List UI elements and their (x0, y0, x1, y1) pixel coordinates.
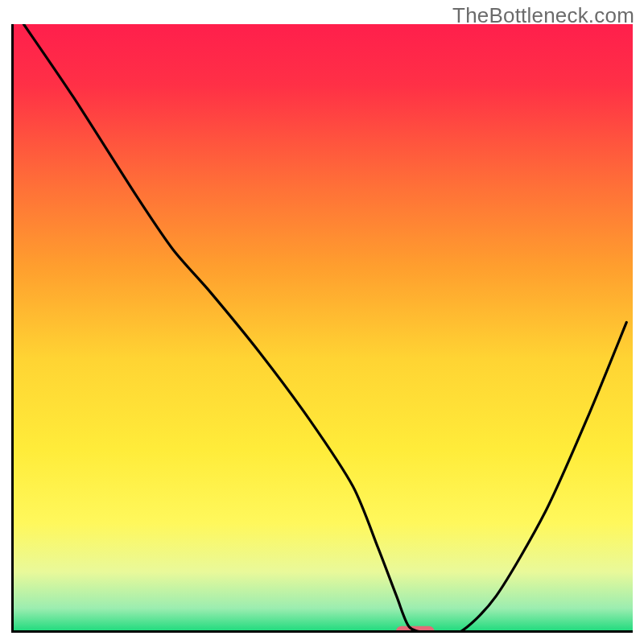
gradient-background (11, 24, 633, 633)
chart-container: TheBottleneck.com (0, 0, 644, 644)
chart-svg (11, 24, 633, 633)
plot-area (11, 24, 633, 633)
watermark-text: TheBottleneck.com (452, 3, 634, 28)
